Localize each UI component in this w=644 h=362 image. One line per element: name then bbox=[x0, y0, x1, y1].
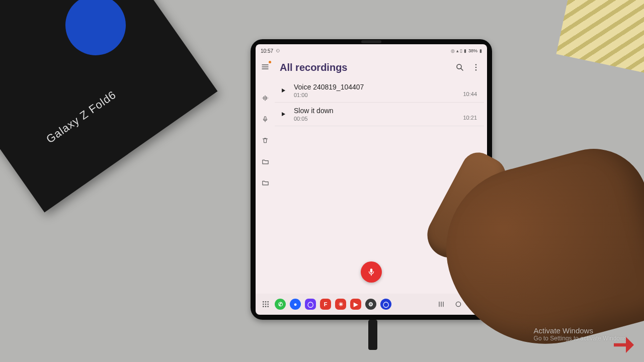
menu-button[interactable] bbox=[258, 60, 272, 74]
svg-point-3 bbox=[475, 67, 476, 68]
play-icon bbox=[280, 111, 287, 118]
windows-watermark: Activate Windows Go to Settings to activ… bbox=[534, 326, 629, 342]
play-icon bbox=[280, 87, 287, 94]
recording-duration: 00:05 bbox=[294, 116, 458, 122]
nav-recent[interactable] bbox=[435, 298, 448, 311]
recent-icon bbox=[437, 300, 445, 308]
recording-time: 10:44 bbox=[463, 91, 477, 98]
dock-bar: ✆ ● ◯ F ✳ ▶ ⚙ ◯ bbox=[256, 294, 487, 315]
folder-icon bbox=[262, 179, 269, 187]
rail-transcribe[interactable] bbox=[258, 91, 272, 105]
side-rail bbox=[256, 56, 275, 294]
menu-notification-dot bbox=[269, 61, 271, 63]
recording-duration: 01:00 bbox=[294, 92, 458, 98]
mic-icon bbox=[367, 267, 376, 277]
more-button[interactable] bbox=[468, 59, 484, 75]
recording-time: 10:21 bbox=[463, 115, 477, 122]
search-icon bbox=[455, 63, 464, 72]
rail-folder-1[interactable] bbox=[258, 154, 272, 168]
svg-point-10 bbox=[265, 304, 267, 305]
header-row: All recordings bbox=[275, 56, 484, 79]
record-button[interactable] bbox=[361, 261, 382, 283]
rail-mic[interactable] bbox=[258, 112, 272, 126]
recording-item[interactable]: Slow it down 00:05 10:21 bbox=[275, 103, 484, 126]
status-time: 10:57 bbox=[261, 48, 273, 54]
svg-point-8 bbox=[267, 301, 269, 303]
trash-icon bbox=[262, 137, 269, 144]
more-vert-icon bbox=[471, 63, 480, 72]
waveform-icon bbox=[261, 94, 269, 102]
page-title: All recordings bbox=[280, 62, 452, 73]
folder-icon bbox=[262, 158, 269, 165]
play-button[interactable] bbox=[278, 109, 289, 120]
svg-point-13 bbox=[265, 306, 267, 307]
svg-point-9 bbox=[263, 304, 264, 305]
watermark-sub: Go to Settings to activate Windows. bbox=[534, 335, 629, 342]
dock-app-flipboard[interactable]: F bbox=[320, 299, 331, 310]
apps-grid-icon bbox=[262, 300, 270, 308]
recordings-list: Voice 240819_104407 01:00 10:44 Slow it … bbox=[275, 79, 484, 126]
app-drawer-button[interactable] bbox=[261, 299, 271, 309]
status-battery-text: 38% bbox=[468, 48, 477, 53]
play-button[interactable] bbox=[278, 85, 289, 96]
svg-point-11 bbox=[267, 304, 269, 305]
status-bar: 10:57 ⏲ ◎ ▴ ▯ ▮ 38% ▮ bbox=[256, 44, 487, 56]
dock-app-viber[interactable]: ◯ bbox=[305, 299, 316, 310]
svg-point-12 bbox=[263, 306, 264, 307]
battery-icon: ▮ bbox=[479, 48, 482, 53]
dock-app-blue[interactable]: ◯ bbox=[380, 299, 391, 310]
svg-point-6 bbox=[263, 301, 264, 303]
home-icon bbox=[454, 300, 462, 308]
svg-point-15 bbox=[456, 302, 460, 306]
svg-point-1 bbox=[457, 64, 461, 69]
svg-point-7 bbox=[265, 301, 267, 303]
svg-point-4 bbox=[475, 69, 476, 70]
status-left-icon: ⏲ bbox=[276, 48, 280, 53]
dock-app-messages[interactable]: ● bbox=[290, 299, 301, 310]
dock-app-settings[interactable]: ⚙ bbox=[365, 299, 376, 310]
svg-point-2 bbox=[475, 64, 476, 65]
usb-cable bbox=[368, 320, 377, 350]
mic-icon bbox=[262, 116, 269, 123]
rail-trash[interactable] bbox=[258, 133, 272, 147]
rail-folder-2[interactable] bbox=[258, 175, 272, 190]
recording-name: Voice 240819_104407 bbox=[294, 83, 458, 91]
search-button[interactable] bbox=[452, 59, 468, 75]
svg-rect-0 bbox=[264, 117, 266, 120]
svg-point-14 bbox=[267, 306, 269, 307]
dock-app-phone[interactable]: ✆ bbox=[275, 299, 286, 310]
desk-prop-right bbox=[556, 0, 644, 75]
watermark-title: Activate Windows bbox=[534, 326, 629, 335]
status-right-icons: ◎ ▴ ▯ ▮ bbox=[451, 48, 466, 53]
dock-app-youtube[interactable]: ▶ bbox=[350, 299, 361, 310]
recording-item[interactable]: Voice 240819_104407 01:00 10:44 bbox=[275, 79, 484, 103]
svg-rect-5 bbox=[370, 268, 373, 273]
recording-name: Slow it down bbox=[294, 107, 458, 115]
dock-app-red-1[interactable]: ✳ bbox=[335, 299, 346, 310]
menu-icon bbox=[261, 63, 269, 71]
